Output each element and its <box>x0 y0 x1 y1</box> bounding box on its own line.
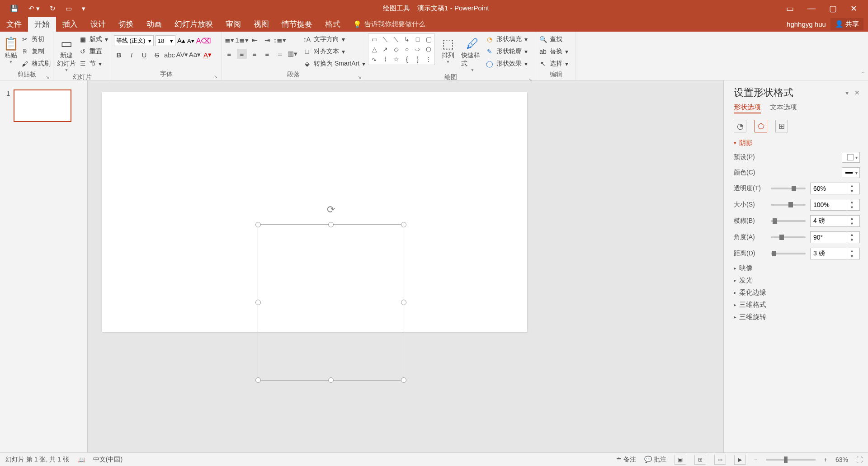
resize-handle-e[interactable] <box>401 300 406 305</box>
reset-button[interactable]: ↺重置 <box>79 46 108 57</box>
section-soft-edges[interactable]: ▸柔化边缘 <box>734 288 860 297</box>
resize-handle-s[interactable] <box>328 377 334 383</box>
distance-slider[interactable] <box>771 253 806 254</box>
resize-handle-n[interactable] <box>328 222 334 227</box>
blur-slider[interactable] <box>771 220 806 222</box>
redo-icon[interactable]: ↻ <box>50 5 56 13</box>
tab-shape-options[interactable]: 形状选项 <box>734 103 761 113</box>
replace-button[interactable]: ab替换 ▾ <box>539 46 568 57</box>
reading-view-button[interactable]: ▭ <box>714 455 726 465</box>
fill-line-category-icon[interactable]: ◔ <box>734 120 746 132</box>
shape-brace-l-icon[interactable]: { <box>402 55 412 64</box>
section-3d-format[interactable]: ▸三维格式 <box>734 301 860 309</box>
ribbon-display-icon[interactable]: ▭ <box>786 4 794 14</box>
tab-animations[interactable]: 动画 <box>140 17 168 32</box>
blur-input[interactable] <box>811 216 847 226</box>
sorter-view-button[interactable]: ⊞ <box>694 455 706 465</box>
shape-gallery[interactable]: ▭＼＼↳□▢ △↗◇○⇨⬡ ∿⌇☆{}⋮ <box>368 33 435 65</box>
angle-spinner[interactable]: ▲▼ <box>810 231 860 243</box>
preset-picker[interactable]: ▾ <box>842 152 860 163</box>
bullets-button[interactable]: ≣▾ <box>224 35 234 45</box>
collapse-ribbon-icon[interactable]: ˆ <box>862 71 864 78</box>
italic-button[interactable]: I <box>127 50 137 60</box>
shape-star-icon[interactable]: ☆ <box>391 55 401 64</box>
justify-button[interactable]: ≡ <box>262 49 272 59</box>
font-name-combo[interactable]: 等线 (正文)▾ <box>114 35 154 46</box>
increase-indent-button[interactable]: ⇥ <box>262 35 272 45</box>
rotate-handle-icon[interactable]: ⟳ <box>327 204 335 216</box>
spin-up-icon[interactable]: ▲ <box>847 232 857 237</box>
spin-up-icon[interactable]: ▲ <box>847 183 857 188</box>
distance-input[interactable] <box>811 248 847 259</box>
character-spacing-button[interactable]: AV▾ <box>177 50 187 60</box>
shape-triangle-icon[interactable]: △ <box>369 45 379 54</box>
cut-button[interactable]: ✂剪切 <box>21 33 51 45</box>
maximize-icon[interactable]: ▢ <box>829 4 837 14</box>
shape-rect-icon[interactable]: ▭ <box>369 35 379 44</box>
underline-button[interactable]: U <box>139 50 149 60</box>
clear-formatting-icon[interactable]: A⌫ <box>196 37 212 45</box>
close-icon[interactable]: ✕ <box>850 4 857 14</box>
resize-handle-sw[interactable] <box>255 377 261 383</box>
select-button[interactable]: ↖选择 ▾ <box>539 58 568 70</box>
size-props-category-icon[interactable]: ⊞ <box>775 120 788 132</box>
distribute-button[interactable]: ≣ <box>275 49 285 59</box>
minimize-icon[interactable]: — <box>807 4 816 13</box>
section-reflection[interactable]: ▸映像 <box>734 264 860 273</box>
slide-canvas-area[interactable]: ⟳ <box>88 80 723 452</box>
tab-file[interactable]: 文件 <box>0 17 28 32</box>
shape-roundrect-icon[interactable]: ▢ <box>424 35 434 44</box>
spin-down-icon[interactable]: ▼ <box>847 254 857 259</box>
shape-fill-button[interactable]: ◔形状填充 ▾ <box>486 33 528 45</box>
size-slider[interactable] <box>771 204 806 206</box>
tab-home[interactable]: 开始 <box>28 17 56 32</box>
spin-up-icon[interactable]: ▲ <box>847 199 857 205</box>
align-center-button[interactable]: ≡ <box>237 49 247 59</box>
shape-arrow2-icon[interactable]: ⇨ <box>413 45 423 54</box>
shape-diamond-icon[interactable]: ◇ <box>391 45 401 54</box>
slide[interactable]: ⟳ <box>102 92 527 332</box>
tab-slideshow[interactable]: 幻灯片放映 <box>168 17 219 32</box>
shape-freeform-icon[interactable]: ⌇ <box>380 55 390 64</box>
section-shadow[interactable]: ▾阴影 <box>734 139 860 147</box>
effects-category-icon[interactable]: ⬠ <box>755 120 767 132</box>
spin-up-icon[interactable]: ▲ <box>847 216 857 221</box>
pane-close-icon[interactable]: ✕ <box>854 89 860 96</box>
format-painter-button[interactable]: 🖌格式刷 <box>21 58 51 70</box>
find-button[interactable]: 🔍查找 <box>539 33 568 45</box>
section-glow[interactable]: ▸发光 <box>734 276 860 285</box>
shape-hexagon-icon[interactable]: ⬡ <box>424 45 434 54</box>
resize-handle-w[interactable] <box>255 300 261 305</box>
section-button[interactable]: ☰节 ▾ <box>79 58 108 70</box>
shape-more-icon[interactable]: ⋮ <box>424 55 434 64</box>
quick-styles-button[interactable]: 🖊 快速样式 ▼ <box>461 33 484 72</box>
share-button[interactable]: 👤 共享 <box>830 18 863 30</box>
shape-curve-icon[interactable]: ∿ <box>369 55 379 64</box>
strike-button[interactable]: S <box>152 50 162 60</box>
paste-button[interactable]: 📋 粘贴 ▼ <box>3 33 19 64</box>
spellcheck-icon[interactable]: 📖 <box>77 456 85 463</box>
zoom-level[interactable]: 63% <box>835 456 848 463</box>
transparency-input[interactable] <box>811 183 847 194</box>
fit-to-window-button[interactable]: ⛶ <box>856 456 863 463</box>
tell-me[interactable]: 💡 告诉我你想要做什么 <box>347 17 425 32</box>
new-slide-button[interactable]: ▭ 新建 幻灯片 ▼ <box>56 33 77 72</box>
tab-transitions[interactable]: 切换 <box>112 17 140 32</box>
bold-button[interactable]: B <box>114 50 124 60</box>
resize-handle-ne[interactable] <box>401 222 406 227</box>
shape-circle-icon[interactable]: ○ <box>402 45 412 54</box>
shape-square-icon[interactable]: □ <box>413 35 423 44</box>
spin-down-icon[interactable]: ▼ <box>847 188 857 194</box>
save-icon[interactable]: 💾 <box>10 5 19 13</box>
size-input[interactable] <box>811 199 847 210</box>
pane-options-icon[interactable]: ▼ <box>844 90 850 96</box>
align-left-button[interactable]: ≡ <box>224 49 234 59</box>
distance-spinner[interactable]: ▲▼ <box>810 248 860 259</box>
section-3d-rotation[interactable]: ▸三维旋转 <box>734 313 860 321</box>
align-right-button[interactable]: ≡ <box>250 49 259 59</box>
numbering-button[interactable]: 1≣▾ <box>237 35 247 45</box>
resize-handle-nw[interactable] <box>255 222 261 227</box>
line-spacing-button[interactable]: ↕≣▾ <box>275 35 285 45</box>
decrease-font-icon[interactable]: A▾ <box>187 38 194 44</box>
convert-smartart-button[interactable]: ⬙转换为 SmartArt ▾ <box>303 58 365 70</box>
